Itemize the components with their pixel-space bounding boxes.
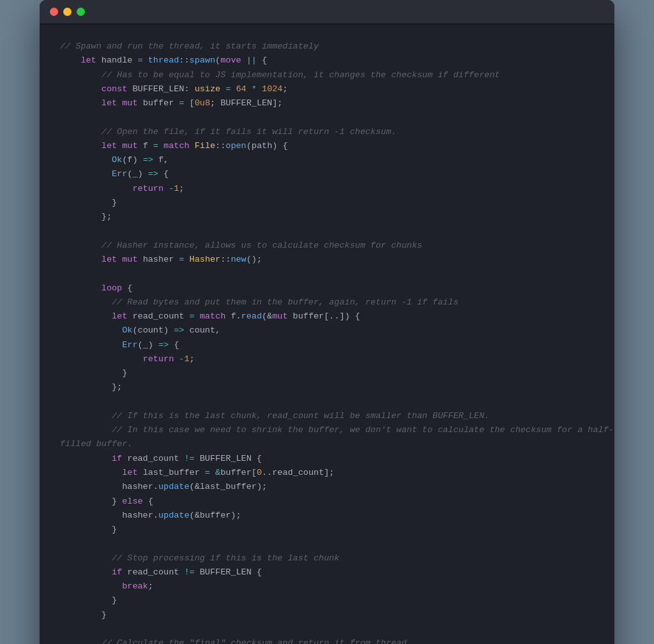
close-button[interactable]	[50, 8, 58, 16]
titlebar	[40, 0, 614, 24]
minimize-button[interactable]	[63, 8, 72, 16]
maximize-button[interactable]	[77, 8, 85, 16]
code-editor-window: // Spawn and run the thread, it starts i…	[40, 0, 614, 644]
code-content: // Spawn and run the thread, it starts i…	[40, 24, 614, 644]
